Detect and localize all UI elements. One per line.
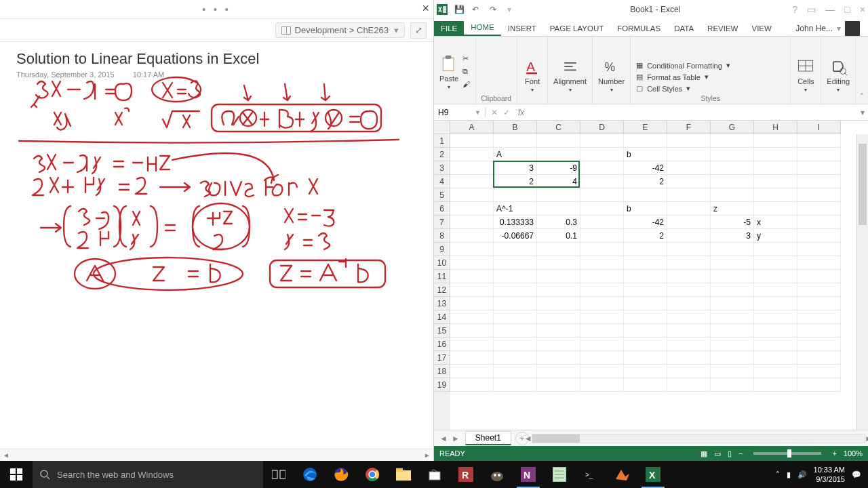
cell[interactable] [580,351,624,365]
cell[interactable]: 2 [624,229,667,243]
firefox-icon[interactable] [326,461,357,488]
cell[interactable] [667,310,711,324]
select-all-corner[interactable] [434,121,450,134]
redo-icon[interactable]: ↷ [490,4,500,15]
cell[interactable] [797,270,841,283]
format-painter-button[interactable]: 🖌 [462,80,470,88]
cell[interactable]: 2 [624,175,667,188]
scroll-left-icon[interactable]: ◄ [0,450,12,461]
vscroll[interactable] [856,134,868,430]
row-header[interactable]: 18 [434,365,450,378]
cell[interactable] [450,202,494,216]
onenote-page[interactable]: Solution to Linear Equations in Excel Th… [0,42,433,449]
cell[interactable] [711,297,754,310]
cell[interactable]: x [754,216,797,229]
expand-icon[interactable]: ⤢ [410,22,427,39]
cell[interactable] [537,297,580,310]
cell[interactable] [797,229,841,243]
cell[interactable] [711,378,754,392]
help-icon[interactable]: ? [793,4,798,15]
name-box[interactable]: H9▼ [434,108,486,117]
sheet-next-icon[interactable]: ► [452,434,460,443]
tab-file[interactable]: FILE [434,21,464,36]
cell[interactable] [624,134,667,148]
tab-formulas[interactable]: FORMULAS [610,21,667,36]
col-header[interactable]: E [624,121,667,134]
cell[interactable] [580,229,624,243]
cell[interactable] [580,148,624,161]
cell[interactable] [797,365,841,378]
row-header[interactable]: 17 [434,351,450,365]
zoom-slider[interactable] [753,452,821,455]
zoom-in-icon[interactable]: + [832,449,836,458]
cell[interactable] [450,297,494,310]
system-tray[interactable]: ˄ ▮ 🔊 10:33 AM 9/3/2015 💬 [769,465,868,484]
zoom-out-icon[interactable]: − [738,449,743,458]
cell[interactable] [494,283,537,297]
cell[interactable] [797,310,841,324]
cell[interactable] [711,324,754,338]
cell[interactable] [494,243,537,256]
cell[interactable] [754,310,797,324]
cell[interactable] [580,338,624,351]
row-header[interactable]: 10 [434,256,450,270]
cell[interactable] [797,256,841,270]
cell[interactable] [624,324,667,338]
chrome-icon[interactable] [357,461,388,488]
row-header[interactable]: 8 [434,229,450,243]
cell[interactable] [797,175,841,188]
cell[interactable]: -42 [624,216,667,229]
tab-review[interactable]: REVIEW [701,21,745,36]
cell[interactable] [667,378,711,392]
file-explorer-icon[interactable] [388,461,419,488]
cell[interactable] [580,365,624,378]
column-headers[interactable]: ABCDEFGHI [450,121,841,134]
cell[interactable] [494,365,537,378]
cell[interactable]: A^-1 [494,202,537,216]
sheet-tab[interactable]: Sheet1 [465,431,511,445]
cell[interactable] [754,283,797,297]
row-header[interactable]: 15 [434,324,450,338]
undo-icon[interactable]: ↶ [472,4,483,15]
cell-styles-button[interactable]: ▢Cell Styles ▾ [636,84,785,93]
cell[interactable] [667,270,711,283]
cell[interactable] [797,188,841,202]
cell[interactable] [797,161,841,175]
col-header[interactable]: I [797,121,841,134]
cell[interactable] [711,310,754,324]
cell[interactable] [450,270,494,283]
cell[interactable] [667,188,711,202]
cell[interactable] [667,297,711,310]
minimize-icon[interactable]: — [825,4,835,15]
cell[interactable]: 3 [494,161,537,175]
cell[interactable] [537,378,580,392]
cell[interactable] [711,134,754,148]
tab-data[interactable]: DATA [667,21,701,36]
app-notepad-icon[interactable] [544,461,575,488]
store-icon[interactable] [419,461,450,488]
view-normal-icon[interactable]: ▦ [701,449,707,458]
hscroll[interactable]: ◄► [532,434,865,443]
app-cmd-icon[interactable]: >_ [575,461,606,488]
cell[interactable] [754,175,797,188]
cell[interactable] [450,351,494,365]
cell[interactable]: 3 [711,229,754,243]
volume-icon[interactable]: 🔊 [797,470,807,479]
cell[interactable] [711,351,754,365]
col-header[interactable]: A [450,121,494,134]
cell[interactable] [537,324,580,338]
cell[interactable] [580,256,624,270]
row-header[interactable]: 6 [434,202,450,216]
tab-page-layout[interactable]: PAGE LAYOUT [543,21,610,36]
cell[interactable] [754,188,797,202]
close-icon[interactable]: × [860,4,865,15]
cell[interactable] [537,365,580,378]
cell[interactable] [754,256,797,270]
cell[interactable] [797,134,841,148]
cell[interactable] [667,175,711,188]
row-header[interactable]: 9 [434,243,450,256]
row-header[interactable]: 13 [434,297,450,310]
cell[interactable] [580,378,624,392]
col-header[interactable]: D [580,121,624,134]
cell[interactable] [797,324,841,338]
